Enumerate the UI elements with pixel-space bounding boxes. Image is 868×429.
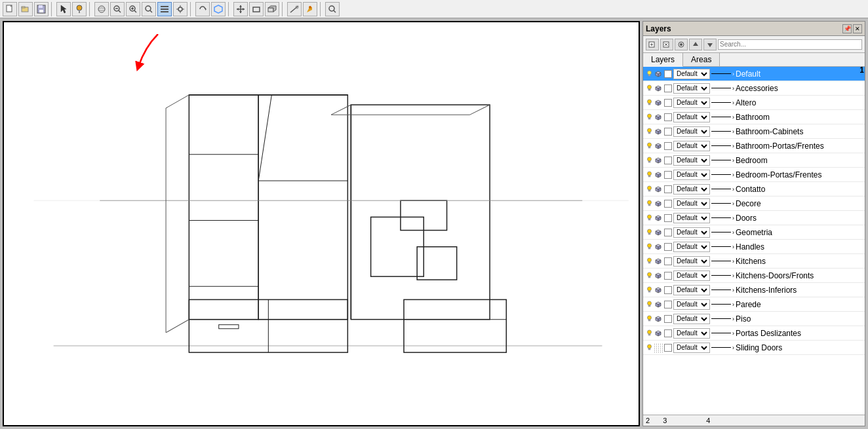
layer-bulb-icon[interactable] — [644, 185, 654, 194]
layer-row[interactable]: Default›Altero — [643, 96, 865, 110]
layer-checkbox[interactable] — [664, 272, 672, 280]
layer-search-input[interactable] — [718, 39, 862, 50]
layer-color-dropdown[interactable]: Default — [673, 285, 710, 295]
layer-checkbox[interactable] — [664, 113, 672, 121]
layer-row[interactable]: Default›Kitchens-Inferiors — [643, 283, 865, 297]
toolbar-save-button[interactable] — [34, 2, 49, 16]
layers-list[interactable]: Default›DefaultDefault›AccessoriesDefaul… — [643, 67, 865, 415]
layer-color-dropdown[interactable]: Default — [673, 184, 710, 195]
layer-checkbox[interactable] — [664, 99, 672, 107]
layer-row[interactable]: Default›Kitchens-Doors/Fronts — [643, 269, 865, 283]
toolbar-component-button[interactable] — [211, 2, 226, 16]
layer-row[interactable]: Default›Kitchens — [643, 254, 865, 269]
layer-bulb-icon[interactable] — [644, 300, 654, 309]
layer-bulb-icon[interactable] — [644, 156, 654, 165]
layer-bulb-icon[interactable] — [644, 170, 654, 179]
layer-bulb-icon[interactable] — [644, 271, 654, 280]
layer-checkbox[interactable] — [664, 185, 672, 193]
toolbar-paint-button[interactable] — [72, 2, 87, 16]
layer-color-dropdown[interactable]: Default — [673, 256, 710, 267]
layer-checkbox[interactable] — [664, 84, 672, 92]
layer-checkbox[interactable] — [664, 70, 672, 78]
layer-color-dropdown[interactable]: Default — [673, 213, 710, 223]
layer-color-dropdown[interactable]: Default — [673, 98, 710, 108]
layer-row[interactable]: Default›Bathroom-Cabinets — [643, 124, 865, 139]
toolbar-orbit-button[interactable] — [94, 2, 109, 16]
toolbar-rotate-button[interactable] — [195, 2, 210, 16]
layer-color-dropdown[interactable]: Default — [673, 141, 710, 151]
layer-row[interactable]: Default›Bathroom — [643, 110, 865, 124]
layer-row[interactable]: Default›Sliding Doors — [643, 341, 865, 355]
layer-checkbox[interactable] — [664, 157, 672, 164]
layer-checkbox[interactable] — [664, 315, 672, 323]
layer-row[interactable]: Default›Geometria — [643, 225, 865, 240]
layer-row[interactable]: Default›Doors — [643, 211, 865, 225]
layer-color-dropdown[interactable]: Default — [673, 299, 710, 310]
close-button[interactable]: ✕ — [853, 24, 862, 33]
layer-bulb-icon[interactable] — [644, 113, 654, 122]
toolbar-paint3-button[interactable] — [303, 2, 317, 16]
layer-checkbox[interactable] — [664, 301, 672, 308]
layer-bulb-icon[interactable] — [644, 314, 654, 324]
layer-bulb-icon[interactable] — [644, 141, 654, 151]
layer-color-dropdown[interactable]: Default — [673, 198, 710, 209]
tab-layers[interactable]: Layers — [643, 53, 683, 67]
tab-areas[interactable]: Areas — [683, 53, 720, 66]
move-up-button[interactable] — [689, 39, 702, 50]
layer-checkbox[interactable] — [664, 286, 672, 294]
layer-bulb-icon[interactable] — [644, 98, 654, 107]
toolbar-move-button[interactable] — [233, 2, 248, 16]
layer-checkbox[interactable] — [664, 243, 672, 251]
toolbar-search-button[interactable] — [325, 2, 340, 16]
toolbar-new-button[interactable] — [3, 2, 17, 16]
layer-row[interactable]: Default›Default — [643, 67, 865, 81]
toolbar-tape-button[interactable] — [287, 2, 302, 16]
layer-row[interactable]: Default›Bedroom — [643, 153, 865, 168]
layer-bulb-icon[interactable] — [644, 257, 654, 266]
layer-color-dropdown[interactable]: Default — [673, 328, 710, 339]
layer-bulb-icon[interactable] — [644, 127, 654, 136]
layer-checkbox[interactable] — [664, 214, 672, 222]
toggle-layer-button[interactable] — [675, 39, 688, 50]
layer-bulb-icon[interactable] — [644, 69, 654, 79]
move-down-button[interactable] — [703, 39, 717, 50]
layer-color-dropdown[interactable]: Default — [673, 126, 710, 137]
toolbar-view-button[interactable] — [173, 2, 187, 16]
layer-bulb-icon[interactable] — [644, 242, 654, 252]
layer-color-dropdown[interactable]: Default — [673, 112, 710, 122]
layer-checkbox[interactable] — [664, 329, 672, 337]
layer-bulb-icon[interactable] — [644, 199, 654, 208]
toolbar-zoom-in-button[interactable] — [126, 2, 140, 16]
pin-button[interactable]: 📌 — [842, 24, 852, 33]
layer-checkbox[interactable] — [664, 257, 672, 265]
layer-checkbox[interactable] — [664, 344, 672, 352]
layer-bulb-icon[interactable] — [644, 329, 654, 338]
toolbar-zoom-fit-button[interactable] — [142, 2, 156, 16]
layer-color-dropdown[interactable]: Default — [673, 83, 710, 94]
layer-row[interactable]: Default›Piso — [643, 312, 865, 326]
layer-row[interactable]: Default›Accessories — [643, 81, 865, 96]
toolbar-zoom-out-button[interactable] — [110, 2, 125, 16]
layer-bulb-icon[interactable] — [644, 286, 654, 295]
layer-bulb-icon[interactable] — [644, 343, 654, 352]
layer-checkbox[interactable] — [664, 142, 672, 150]
layer-row[interactable]: Default›Portas Deslizantes — [643, 326, 865, 341]
layer-bulb-icon[interactable] — [644, 84, 654, 93]
layer-checkbox[interactable] — [664, 171, 672, 179]
layer-checkbox[interactable] — [664, 229, 672, 236]
layer-color-dropdown[interactable]: Default — [673, 314, 710, 324]
layer-bulb-icon[interactable] — [644, 214, 654, 223]
layer-color-dropdown[interactable]: Default — [673, 170, 710, 180]
add-layer-button[interactable] — [646, 39, 659, 50]
toolbar-push-pull-button[interactable] — [265, 2, 279, 16]
layer-row[interactable]: Default›Decore — [643, 196, 865, 211]
layer-checkbox[interactable] — [664, 128, 672, 136]
layer-color-dropdown[interactable]: Default — [673, 242, 710, 252]
toolbar-layers-button[interactable] — [157, 2, 172, 16]
layer-color-dropdown[interactable]: Default — [673, 155, 710, 166]
viewport[interactable] — [3, 21, 640, 426]
layer-checkbox[interactable] — [664, 200, 672, 208]
layer-color-dropdown[interactable]: Default — [673, 227, 710, 238]
toolbar-select-button[interactable] — [56, 2, 71, 16]
layer-row[interactable]: Default›Parede — [643, 297, 865, 312]
